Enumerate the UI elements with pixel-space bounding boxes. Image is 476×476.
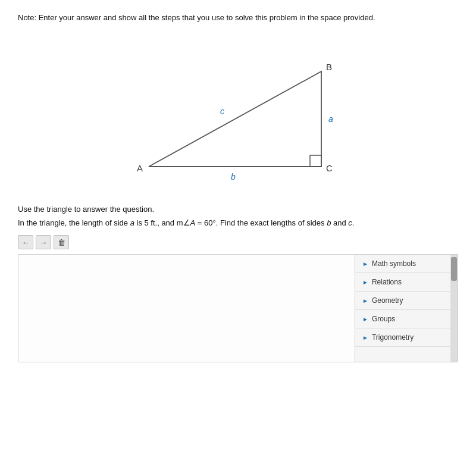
- svg-marker-0: [149, 71, 321, 167]
- groups-label: Groups: [372, 315, 395, 323]
- label-c: C: [326, 163, 333, 173]
- answer-area: ► Math symbols ► Relations ► Geometry ► …: [18, 254, 458, 362]
- note-text: Note: Enter your answer and show all the…: [18, 12, 434, 24]
- geometry-label: Geometry: [372, 296, 403, 305]
- side-c-label: c: [220, 107, 224, 116]
- triangle-diagram: A B C c a b: [101, 36, 375, 190]
- relations-label: Relations: [372, 278, 402, 286]
- trigonometry-item[interactable]: ► Trigonometry: [355, 328, 450, 347]
- svg-rect-1: [310, 155, 321, 167]
- answer-input[interactable]: [18, 255, 355, 362]
- redo-button[interactable]: →: [36, 235, 51, 249]
- symbols-panel: ► Math symbols ► Relations ► Geometry ► …: [355, 255, 450, 362]
- triangle-area: A B C c a b: [18, 36, 458, 190]
- undo-button[interactable]: ←: [18, 235, 33, 249]
- main-container: Note: Enter your answer and show all the…: [0, 0, 476, 476]
- math-symbols-label: Math symbols: [372, 259, 416, 268]
- clear-button[interactable]: 🗑: [54, 235, 69, 249]
- question-use-text: Use the triangle to answer the question.: [18, 205, 458, 214]
- geometry-arrow: ►: [362, 298, 368, 304]
- trigonometry-arrow: ►: [362, 334, 368, 341]
- relations-item[interactable]: ► Relations: [355, 273, 450, 292]
- relations-arrow: ►: [362, 279, 368, 286]
- label-b: B: [326, 62, 332, 72]
- scrollbar-thumb[interactable]: [451, 257, 457, 281]
- trigonometry-label: Trigonometry: [372, 333, 414, 342]
- math-symbols-arrow: ►: [362, 261, 368, 267]
- problem-text: In the triangle, the length of side a is…: [18, 217, 458, 230]
- scrollbar[interactable]: [450, 255, 458, 362]
- groups-arrow: ►: [362, 316, 368, 322]
- label-a: A: [137, 163, 143, 173]
- side-b-label: b: [231, 172, 236, 181]
- groups-item[interactable]: ► Groups: [355, 310, 450, 328]
- answer-toolbar: ← → 🗑: [18, 235, 458, 249]
- math-symbols-item[interactable]: ► Math symbols: [355, 255, 450, 273]
- geometry-item[interactable]: ► Geometry: [355, 292, 450, 310]
- side-a-label: a: [328, 114, 333, 124]
